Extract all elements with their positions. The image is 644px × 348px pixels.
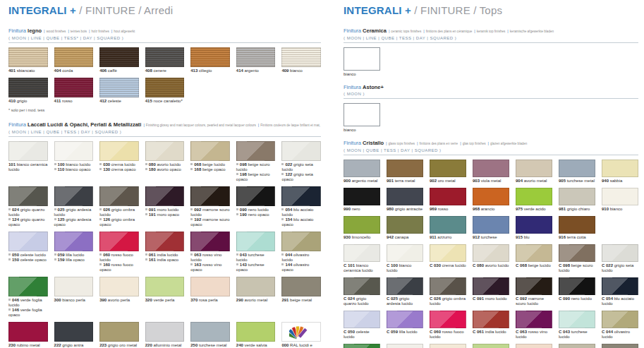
swatch-C-026: C 026 grigio ombra lucido xyxy=(430,277,466,306)
swatch-name: nero opaco xyxy=(248,212,269,217)
swatch-969: 969 rosso xyxy=(430,188,466,212)
section-title: Laccati Lucidi & Opachi, Perlati & Metal… xyxy=(28,121,141,128)
color-swatch xyxy=(559,188,595,205)
swatch-C-059: C 059 lilla lucido xyxy=(387,311,423,340)
swatch-label-line: 401 sbiancato xyxy=(8,68,48,73)
swatch-label: 230 rubino metal xyxy=(8,343,48,348)
swatch-label-line: 404 corda xyxy=(54,68,94,73)
swatch-code: 022 xyxy=(606,263,614,268)
swatch-label-line: 223 grigio oro metal xyxy=(99,343,139,348)
swatch-label: C 101 bianco ceramica lucido xyxy=(344,263,380,273)
swatch-C-046: C 046 verde foglia lucido xyxy=(344,344,380,348)
color-swatch xyxy=(190,186,230,206)
separator-bar: | xyxy=(111,29,112,33)
swatch-name: corda xyxy=(62,68,73,73)
swatch-label: 092 marrone scuro lucido192 marrone scur… xyxy=(190,208,230,227)
finish-marker-icon xyxy=(281,263,284,265)
swatch-row: C 046 verde foglia lucidoC 300 bianco pe… xyxy=(344,344,638,348)
color-swatch xyxy=(559,160,595,177)
swatch-label-line: 060 rosso fuoco lucido xyxy=(99,253,139,263)
finish-marker-icon xyxy=(190,163,193,165)
section-title: Astone+ xyxy=(363,84,384,90)
swatch-059: 059 lilla lucido159 lilla opaco xyxy=(54,232,94,272)
swatch-code: 291 xyxy=(281,298,290,302)
swatch-label: C 026 grigio ombra lucido xyxy=(430,296,466,306)
swatch-label-line: 059 lilla lucido xyxy=(54,253,94,258)
swatch-code: 320 xyxy=(145,298,154,302)
color-swatch xyxy=(281,47,321,67)
swatch-label-line: 300 bianco perla xyxy=(54,298,94,303)
swatch-label: 408 cenere xyxy=(145,68,185,73)
swatch-name: india lucido xyxy=(485,330,506,334)
swatch-label: 061 india lucido161 india opaco xyxy=(145,253,185,263)
sections-tops: Finitura Ceramica|ceramic tops finishes|… xyxy=(344,25,638,348)
finish-marker-icon xyxy=(8,218,11,220)
swatch-code: 903 xyxy=(473,179,481,183)
swatch-230: 230 rubino metal xyxy=(8,322,48,348)
section-translation: hout afgewerkt xyxy=(114,30,135,33)
swatch-label: C 098 beige scuro lucido xyxy=(559,263,595,273)
finish-marker-icon xyxy=(54,208,56,210)
swatch-098: 098 beige scuro lucido198 beige scuro op… xyxy=(236,141,276,182)
swatch-name: lilla opaco xyxy=(66,258,85,262)
color-swatch xyxy=(281,277,321,296)
swatch-code: 413 xyxy=(190,68,199,73)
swatch-label-line: 968 arancio xyxy=(473,207,509,212)
section-translation: teintes bois xyxy=(71,30,87,33)
swatch-label: 220 alluminio metal xyxy=(145,343,185,348)
swatch-name: bianco opaco xyxy=(66,167,91,172)
swatch-label-line: 025 grigio ardesia lucido xyxy=(54,208,94,217)
swatch-code: 975 xyxy=(516,207,524,211)
swatch-label-line: 916 terra cotta xyxy=(559,235,595,240)
swatch-911: 911 azzurro xyxy=(430,216,466,240)
color-swatch xyxy=(8,78,48,97)
swatch-row: 401 sbiancato404 corda406 caffè408 cener… xyxy=(8,47,321,73)
swatch-label-line: 901 terra metal xyxy=(387,179,423,184)
swatch-code: 025 xyxy=(58,208,66,212)
swatch-code: 043 xyxy=(240,253,248,257)
finishes-catalog-sheet: INTEGRALI + / FINITURE / Arredi Finitura… xyxy=(0,0,644,348)
swatch-code: 180 xyxy=(149,167,157,172)
section-translation: glazen afgewerkte bladen xyxy=(490,142,527,145)
separator-bar: | xyxy=(423,29,424,33)
swatch-code: 061 xyxy=(149,253,157,257)
swatch-code: 940 xyxy=(602,179,610,183)
section-translation: Finitions couleurs de laque brillant et … xyxy=(260,124,321,127)
swatch-label-line: 092 marrone scuro lucido xyxy=(190,208,230,217)
color-swatch xyxy=(190,322,230,342)
finish-marker-icon xyxy=(99,163,102,165)
section-header: Finitura Cristallo|glass tops finishes|f… xyxy=(344,138,638,147)
swatch-code: 043 xyxy=(563,330,571,334)
swatch-label-line: 415 noce canaletto* xyxy=(145,99,185,104)
swatch-code: 990 xyxy=(344,207,352,211)
swatch-label-line: 370 rosa perla xyxy=(190,298,230,303)
swatch-990: 990 nero xyxy=(344,188,380,212)
swatch-C-080: C 080 avorio lucido xyxy=(473,244,509,273)
color-swatch xyxy=(602,311,638,328)
swatch-name: ciliegio xyxy=(199,68,212,73)
swatch-C-030: C 030 crema lucido xyxy=(430,244,466,273)
swatch-code: 414 xyxy=(236,68,245,73)
swatch-label-line: 904 avorio metal xyxy=(516,179,552,184)
swatch-C-060: C 060 rosso fuoco lucido xyxy=(430,311,466,340)
swatch-label: 025 grigio ardesia lucido125 grigio arde… xyxy=(54,208,94,227)
swatch-label-line: 290 avorio metal xyxy=(236,298,276,303)
swatch-name: bianco xyxy=(610,207,623,211)
swatch-name: india opaco xyxy=(157,258,178,262)
swatch-name: nero xyxy=(352,207,360,211)
swatch-label: 930 limoncello xyxy=(344,235,380,240)
swatch-code: 098 xyxy=(563,263,571,268)
separator-bar: | xyxy=(460,141,461,145)
swatch-046: 046 verde foglia lucido146 verde foglia … xyxy=(8,277,48,318)
swatch-name: grigio oro metal xyxy=(108,343,137,347)
swatch-label-line: 220 alluminio metal xyxy=(145,343,185,348)
swatch-label-line: 046 verde foglia lucido xyxy=(8,298,48,308)
swatch-label: 046 verde foglia lucido146 verde foglia … xyxy=(8,298,48,318)
color-swatch xyxy=(236,47,276,67)
color-swatch xyxy=(387,244,423,262)
color-swatch xyxy=(602,244,638,262)
swatch-label-line: 126 grigio ombra opaco xyxy=(99,217,139,227)
swatch-code: 406 xyxy=(99,68,108,73)
swatch-row: bianco xyxy=(344,47,638,77)
swatch-label: C 043 turchese lucido xyxy=(559,330,595,340)
